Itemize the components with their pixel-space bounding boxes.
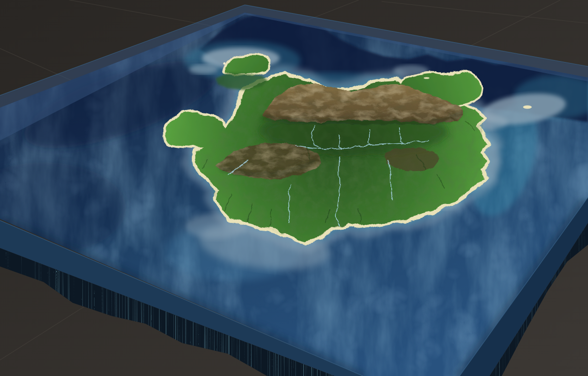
white-rock-islet — [223, 63, 226, 65]
sand-cay — [523, 106, 532, 109]
3d-viewport[interactable] — [0, 0, 588, 376]
sand-cay — [424, 77, 429, 79]
lagoon-northwest-small — [189, 64, 218, 74]
